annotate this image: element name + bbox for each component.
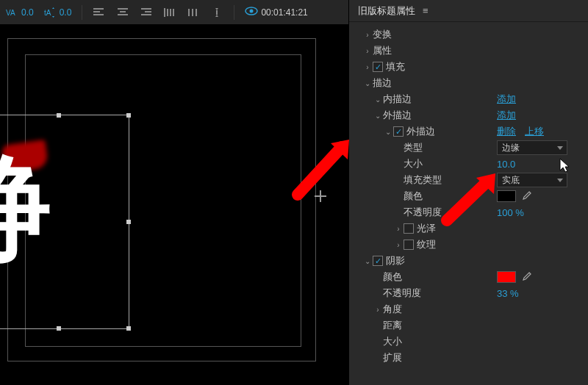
panel-header: 旧版标题属性 ≡ [349, 0, 588, 22]
texture-checkbox[interactable] [404, 240, 414, 250]
section-transform[interactable]: › 变换 [352, 26, 585, 43]
distribute-v-icon [210, 6, 223, 19]
eyedropper-icon[interactable] [520, 271, 532, 283]
align-left-button[interactable] [93, 6, 106, 19]
svg-rect-4 [93, 14, 104, 15]
svg-text:VA: VA [6, 9, 15, 17]
move-up-link[interactable]: 上移 [525, 125, 544, 138]
chevron-right-icon: › [362, 63, 373, 71]
shadow-opacity-row: 不透明度 33 % [352, 285, 585, 301]
stroke-size-value[interactable]: 10.0 [497, 159, 515, 170]
gloss-checkbox[interactable] [404, 223, 414, 234]
texture-row[interactable]: › 纹理 [352, 237, 585, 253]
align-center-button[interactable] [116, 6, 129, 19]
title-canvas[interactable]: 静 [0, 25, 348, 385]
baseline-value[interactable]: 0.0 [60, 7, 72, 18]
align-center-icon [116, 6, 129, 19]
canvas-pane: VA 0.0 tA 0.0 [0, 0, 349, 385]
kerning-control[interactable]: VA 0.0 [6, 6, 34, 19]
svg-rect-5 [118, 8, 128, 10]
panel-title: 旧版标题属性 [358, 4, 415, 18]
svg-text:tA: tA [44, 9, 51, 17]
outer-stroke-checkbox[interactable] [393, 126, 404, 137]
align-left-icon [93, 6, 106, 19]
outer-stroke-item[interactable]: ⌄ 外描边 删除 上移 [352, 123, 585, 140]
text-toolbar: VA 0.0 tA 0.0 [0, 0, 348, 25]
section-stroke[interactable]: ⌄ 描边 [352, 75, 585, 91]
stroke-fill-type-row: 填充类型 实底 [352, 172, 585, 188]
chevron-down-icon: ⌄ [373, 96, 383, 104]
add-outer-stroke-link[interactable]: 添加 [497, 109, 516, 122]
chevron-right-icon: › [362, 47, 373, 55]
shadow-angle-row[interactable]: › 角度 [352, 301, 585, 317]
shadow-checkbox[interactable] [373, 256, 383, 266]
visibility-icon [245, 6, 258, 18]
stroke-opacity-value[interactable]: 100 % [497, 207, 524, 218]
chevron-down-icon: ⌄ [362, 257, 373, 265]
svg-rect-12 [167, 9, 168, 16]
svg-rect-9 [145, 11, 151, 12]
svg-rect-2 [93, 8, 104, 10]
chevron-right-icon: › [373, 306, 383, 314]
chevron-right-icon: › [393, 225, 404, 233]
separator [82, 5, 82, 20]
stroke-type-row: 类型 边缘 [352, 140, 585, 156]
chevron-down-icon: ⌄ [383, 128, 393, 136]
panel-menu-icon[interactable]: ≡ [423, 5, 429, 16]
title-text[interactable]: 静 [0, 151, 47, 265]
baseline-control[interactable]: tA 0.0 [44, 6, 72, 19]
delete-stroke-link[interactable]: 删除 [497, 125, 516, 138]
shadow-opacity-value[interactable]: 33 % [497, 288, 519, 299]
fill-checkbox[interactable] [373, 62, 383, 72]
distribute-h-button[interactable] [187, 6, 200, 19]
anchor-point-icon[interactable] [315, 190, 326, 202]
svg-rect-6 [120, 11, 126, 12]
shadow-color-row: 颜色 [352, 269, 585, 285]
kerning-icon: VA [6, 6, 19, 19]
stroke-type-dropdown[interactable]: 边缘 [497, 140, 567, 155]
section-attributes[interactable]: › 属性 [352, 43, 585, 59]
section-fill[interactable]: › 填充 [352, 59, 585, 75]
gloss-row[interactable]: › 光泽 [352, 220, 585, 237]
eyedropper-icon[interactable] [520, 190, 532, 202]
svg-rect-7 [118, 14, 128, 15]
distribute-v-button[interactable] [210, 6, 223, 19]
properties-panel: 旧版标题属性 ≡ › 变换 › 属性 › 填充 ⌄ 描边 ⌄ [349, 0, 588, 385]
chevron-down-icon: ⌄ [362, 79, 373, 87]
chevron-right-icon: › [362, 31, 373, 39]
stroke-color-row: 颜色 [352, 188, 585, 204]
tab-button[interactable] [163, 6, 176, 19]
svg-rect-15 [216, 10, 218, 15]
section-outer-stroke[interactable]: ⌄ 外描边 添加 [352, 107, 585, 123]
stroke-size-row: 大小 10.0 [352, 156, 585, 172]
align-right-icon [140, 6, 153, 19]
stroke-opacity-row: 不透明度 100 % [352, 204, 585, 220]
shadow-color-swatch[interactable] [497, 271, 516, 283]
chevron-right-icon: › [393, 241, 404, 249]
text-selection-box[interactable]: 静 [0, 119, 125, 325]
chevron-down-icon: ⌄ [373, 112, 383, 120]
properties-tree: › 变换 › 属性 › 填充 ⌄ 描边 ⌄ 内描边 添加 [349, 22, 588, 370]
tab-icon [163, 6, 176, 19]
timecode-value[interactable]: 00:01:41:21 [261, 7, 307, 18]
svg-rect-11 [164, 8, 165, 17]
stroke-color-swatch[interactable] [497, 190, 516, 202]
svg-rect-13 [170, 9, 171, 16]
section-inner-stroke[interactable]: ⌄ 内描边 添加 [352, 91, 585, 107]
svg-rect-14 [173, 9, 174, 16]
section-shadow[interactable]: ⌄ 阴影 [352, 253, 585, 269]
baseline-icon: tA [44, 6, 57, 19]
fill-type-dropdown[interactable]: 实底 [497, 173, 567, 187]
separator [234, 5, 234, 20]
add-inner-stroke-link[interactable]: 添加 [497, 93, 516, 106]
svg-rect-8 [141, 8, 151, 10]
align-right-button[interactable] [140, 6, 153, 19]
svg-rect-10 [141, 14, 151, 15]
svg-point-17 [250, 10, 254, 13]
shadow-distance-row: 距离 [352, 317, 585, 334]
svg-rect-3 [93, 11, 100, 12]
kerning-value[interactable]: 0.0 [21, 7, 34, 18]
shadow-spread-row: 扩展 [352, 350, 585, 366]
timecode-display[interactable]: 00:01:41:21 [245, 6, 307, 18]
shadow-size-row: 大小 [352, 334, 585, 350]
